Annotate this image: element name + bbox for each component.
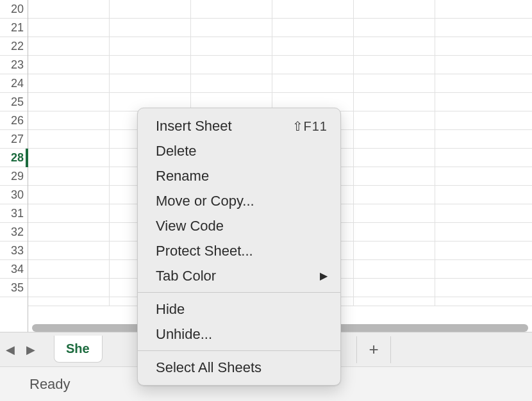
row-headers: 20 21 22 23 24 25 26 27 28 29 30 31 32 3…: [0, 0, 28, 332]
menu-move-or-copy[interactable]: Move or Copy...: [138, 188, 340, 213]
row-number: 25: [11, 95, 24, 109]
sheet-tab-active[interactable]: She: [54, 336, 103, 363]
row-header[interactable]: 20: [0, 0, 28, 19]
row-number: 30: [11, 188, 24, 202]
menu-separator: [138, 350, 340, 351]
row-number: 29: [11, 170, 24, 183]
menu-label: Hide: [156, 301, 328, 318]
menu-label: View Code: [156, 218, 328, 234]
menu-label: Tab Color: [156, 268, 320, 284]
triangle-right-icon: ▶: [26, 343, 35, 357]
row-number: 33: [11, 244, 24, 258]
menu-label: Move or Copy...: [156, 193, 328, 209]
sheet-context-menu: Insert Sheet ⇧F11 Delete Rename Move or …: [137, 108, 341, 386]
row-header[interactable]: 27: [0, 130, 28, 149]
row-header[interactable]: 24: [0, 74, 28, 93]
row-number: 26: [11, 114, 24, 127]
status-text: Ready: [29, 376, 71, 393]
menu-delete[interactable]: Delete: [138, 138, 340, 163]
plus-icon: +: [369, 340, 378, 359]
row-header-active[interactable]: 28: [0, 149, 28, 167]
row-number: 20: [11, 3, 24, 16]
row-header[interactable]: 26: [0, 111, 28, 130]
row-number: 31: [11, 207, 24, 220]
row-number: 32: [11, 225, 24, 239]
row-header[interactable]: 31: [0, 204, 28, 223]
menu-label: Rename: [156, 168, 328, 184]
triangle-left-icon: ◀: [6, 343, 15, 357]
menu-protect-sheet[interactable]: Protect Sheet...: [138, 238, 340, 263]
prev-sheet-button[interactable]: ◀: [0, 343, 21, 357]
row-header[interactable]: 22: [0, 37, 28, 56]
row-header[interactable]: [0, 297, 28, 306]
menu-shortcut: ⇧F11: [292, 119, 328, 134]
row-header[interactable]: 30: [0, 186, 28, 204]
row-header[interactable]: 35: [0, 279, 28, 297]
menu-tab-color[interactable]: Tab Color ▶: [138, 263, 340, 288]
sheet-tab-label: She: [66, 341, 90, 356]
row-number: 28: [11, 151, 24, 165]
menu-label: Select All Sheets: [156, 359, 328, 376]
row-number: 21: [11, 21, 24, 35]
row-header[interactable]: 33: [0, 241, 28, 260]
menu-label: Delete: [156, 143, 328, 160]
menu-view-code[interactable]: View Code: [138, 213, 340, 238]
menu-label: Protect Sheet...: [156, 243, 328, 259]
row-header[interactable]: 29: [0, 167, 28, 186]
row-number: 35: [11, 281, 24, 295]
row-header[interactable]: 21: [0, 19, 28, 37]
row-header[interactable]: 32: [0, 223, 28, 241]
menu-rename[interactable]: Rename: [138, 163, 340, 188]
row-number: 27: [11, 133, 24, 146]
row-number: 22: [11, 40, 24, 53]
add-sheet-button[interactable]: +: [356, 336, 391, 363]
menu-label: Insert Sheet: [156, 118, 292, 135]
menu-insert-sheet[interactable]: Insert Sheet ⇧F11: [138, 113, 340, 138]
menu-label: Unhide...: [156, 326, 328, 343]
row-header[interactable]: 34: [0, 260, 28, 279]
row-header[interactable]: 25: [0, 93, 28, 111]
row-number: 34: [11, 263, 24, 276]
row-number: 24: [11, 77, 24, 90]
submenu-arrow-icon: ▶: [320, 270, 328, 282]
next-sheet-button[interactable]: ▶: [21, 343, 41, 357]
row-header[interactable]: 23: [0, 56, 28, 74]
menu-separator: [138, 292, 340, 293]
menu-hide[interactable]: Hide: [138, 297, 340, 322]
menu-select-all-sheets[interactable]: Select All Sheets: [138, 355, 340, 380]
row-number: 23: [11, 58, 24, 72]
menu-unhide[interactable]: Unhide...: [138, 322, 340, 347]
